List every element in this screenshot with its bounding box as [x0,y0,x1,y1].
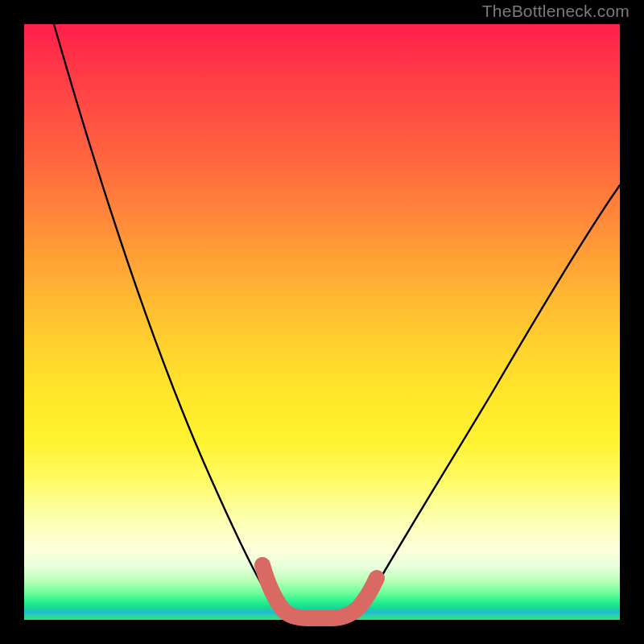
bottleneck-curve [54,24,620,618]
curve-svg [24,24,620,620]
watermark-text: TheBottleneck.com [482,2,630,21]
chart-frame: TheBottleneck.com [0,0,644,644]
plot-area [24,24,620,620]
highlight-segment [262,565,377,618]
